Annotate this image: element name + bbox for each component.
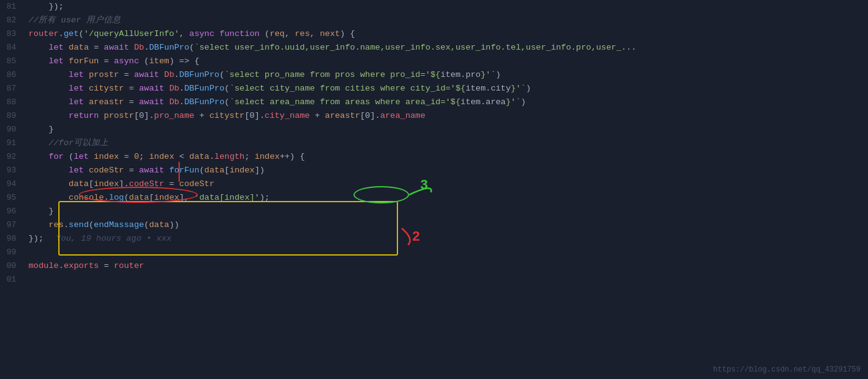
line-number: 98 bbox=[0, 232, 24, 246]
code-lines: 81 }); 82 //所有 user 用户信息 83 router.get('… bbox=[0, 0, 868, 287]
line-content: for (let index = 0; index < data.length;… bbox=[24, 150, 868, 164]
line-content: module.exports = router bbox=[24, 259, 868, 273]
table-row: 93 let codeStr = await forFun(data[index… bbox=[0, 164, 868, 177]
line-number: 85 bbox=[0, 55, 24, 68]
line-content bbox=[24, 273, 868, 287]
line-number: 84 bbox=[0, 41, 24, 55]
line-number: 83 bbox=[0, 27, 24, 41]
line-content: return prostr[0].pro_name + citystr[0].c… bbox=[24, 109, 868, 123]
line-number: 99 bbox=[0, 246, 24, 259]
line-number: 91 bbox=[0, 136, 24, 150]
line-content: let areastr = await Db.DBFunPro(`select … bbox=[24, 96, 868, 109]
line-number: 82 bbox=[0, 14, 24, 27]
line-content: router.get('/queryAllUserInfo', async fu… bbox=[24, 27, 868, 41]
table-row: 92 for (let index = 0; index < data.leng… bbox=[0, 150, 868, 164]
line-content: } bbox=[24, 205, 868, 218]
line-number: 01 bbox=[0, 273, 24, 287]
table-row: 90 } bbox=[0, 123, 868, 136]
table-row: 89 return prostr[0].pro_name + citystr[0… bbox=[0, 109, 868, 123]
line-number: 87 bbox=[0, 82, 24, 96]
line-number: 93 bbox=[0, 164, 24, 177]
table-row: 95 console.log(data[index], 'data[index]… bbox=[0, 191, 868, 205]
line-content bbox=[24, 246, 868, 259]
table-row: 00 module.exports = router bbox=[0, 259, 868, 273]
line-number: 88 bbox=[0, 96, 24, 109]
line-number: 89 bbox=[0, 109, 24, 123]
table-row: 87 let citystr = await Db.DBFunPro(`sele… bbox=[0, 82, 868, 96]
table-row: 82 //所有 user 用户信息 bbox=[0, 14, 868, 27]
line-number: 95 bbox=[0, 191, 24, 205]
line-number: 97 bbox=[0, 218, 24, 232]
table-row: 98 });You, 19 hours ago • xxx bbox=[0, 232, 868, 246]
table-row: 84 let data = await Db.DBFunPro(`select … bbox=[0, 41, 868, 55]
line-number: 81 bbox=[0, 0, 24, 14]
table-row: 86 let prostr = await Db.DBFunPro(`selec… bbox=[0, 68, 868, 82]
table-row: 81 }); bbox=[0, 0, 868, 14]
line-content: res.send(endMassage(data)) bbox=[24, 218, 868, 232]
line-content: let forFun = async (item) => { bbox=[24, 55, 868, 68]
code-editor: 81 }); 82 //所有 user 用户信息 83 router.get('… bbox=[0, 0, 868, 379]
line-number: 86 bbox=[0, 68, 24, 82]
table-row: 01 bbox=[0, 273, 868, 287]
line-content: //所有 user 用户信息 bbox=[24, 14, 868, 27]
table-row: 96 } bbox=[0, 205, 868, 218]
line-content: //for可以加上 bbox=[24, 136, 868, 150]
line-content: let data = await Db.DBFunPro(`select use… bbox=[24, 41, 868, 55]
line-number: 94 bbox=[0, 177, 24, 191]
line-content: let codeStr = await forFun(data[index]) bbox=[24, 164, 868, 177]
line-content: let prostr = await Db.DBFunPro(`select p… bbox=[24, 68, 868, 82]
line-content: }); bbox=[24, 0, 868, 14]
table-row: 94 data[index].codeStr = codeStr bbox=[0, 177, 868, 191]
git-blame-text: You, 19 hours ago • xxx bbox=[56, 234, 171, 243]
line-content: console.log(data[index], 'data[index]'); bbox=[24, 191, 868, 205]
line-number: 96 bbox=[0, 205, 24, 218]
line-number: 90 bbox=[0, 123, 24, 136]
table-row: 99 bbox=[0, 246, 868, 259]
line-content: let citystr = await Db.DBFunPro(`select … bbox=[24, 82, 868, 96]
line-content: } bbox=[24, 123, 868, 136]
table-row: 88 let areastr = await Db.DBFunPro(`sele… bbox=[0, 96, 868, 109]
bottom-url: https://blog.csdn.net/qq_43291759 bbox=[713, 365, 861, 374]
line-content: });You, 19 hours ago • xxx bbox=[24, 232, 868, 246]
table-row: 85 let forFun = async (item) => { bbox=[0, 55, 868, 68]
table-row: 97 res.send(endMassage(data)) bbox=[0, 218, 868, 232]
line-number: 92 bbox=[0, 150, 24, 164]
table-row: 91 //for可以加上 bbox=[0, 136, 868, 150]
table-row: 83 router.get('/queryAllUserInfo', async… bbox=[0, 27, 868, 41]
line-content: data[index].codeStr = codeStr bbox=[24, 177, 868, 191]
line-number: 00 bbox=[0, 259, 24, 273]
